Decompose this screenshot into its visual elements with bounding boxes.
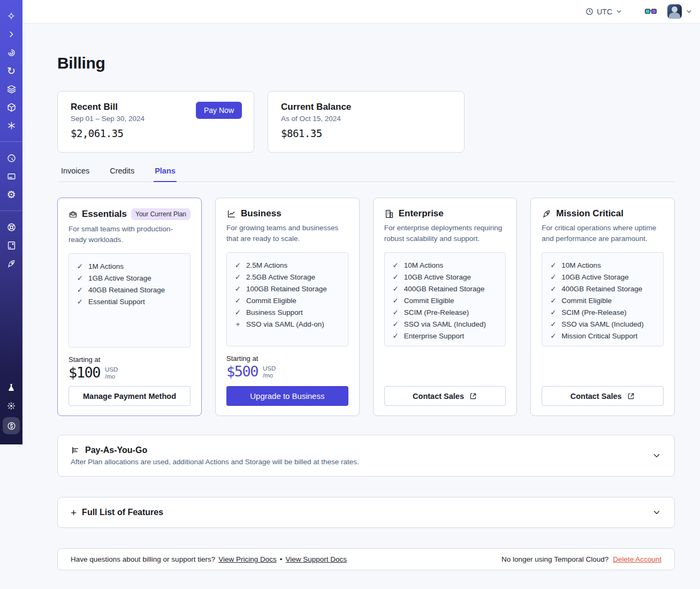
plan-name: Business xyxy=(241,208,281,219)
feature-item: ✓10GB Active Storage xyxy=(392,271,498,283)
starting-at-label: Starting at xyxy=(69,356,191,364)
feature-check-icon: ✓ xyxy=(550,283,557,295)
feature-label: 1M Actions xyxy=(88,261,124,273)
plan-name: Essentials xyxy=(82,209,127,220)
feature-item: ✓SSO via SAML (Included) xyxy=(392,319,498,330)
sidebar: ✧ ↻ ⚙ xyxy=(0,0,22,444)
settings-gear-icon[interactable]: ⚙ xyxy=(0,185,22,203)
recent-bill-amount: $2,061.35 xyxy=(71,127,241,139)
feature-label: Enterprise Support xyxy=(404,330,465,342)
feature-label: 10M Actions xyxy=(404,260,444,271)
timezone-selector[interactable]: UTC xyxy=(585,7,622,16)
contact-sales-button[interactable]: Contact Sales xyxy=(542,386,664,406)
billing-panel-icon[interactable] xyxy=(0,167,22,185)
feature-label: 2.5M Actions xyxy=(246,260,287,271)
delete-account-link[interactable]: Delete Account xyxy=(613,555,661,563)
feature-label: Commit Eligible xyxy=(561,295,612,307)
support-lifebuoy-icon[interactable] xyxy=(0,218,22,236)
price-row: $500 USD/mo xyxy=(226,363,348,380)
pay-as-you-go-section[interactable]: Pay-As-You-Go After Plan allocations are… xyxy=(57,435,675,477)
feature-label: 400GB Retained Storage xyxy=(404,283,485,295)
feature-check-icon: ✓ xyxy=(234,260,241,271)
view-support-docs-link[interactable]: View Support Docs xyxy=(285,555,347,563)
asterisk-icon[interactable] xyxy=(0,116,22,134)
theme-sun-icon[interactable] xyxy=(0,397,22,415)
plan-card-enterprise: Enterprise For enterprise deployments re… xyxy=(373,198,518,416)
feature-item: ✓SCIM (Pre-Release) xyxy=(550,307,656,319)
toolbox-icon xyxy=(69,209,78,220)
feature-check-icon: ✓ xyxy=(392,330,399,342)
view-pricing-docs-link[interactable]: View Pricing Docs xyxy=(218,555,277,563)
docs-book-icon[interactable] xyxy=(0,236,22,254)
feature-item: ✓400GB Retained Storage xyxy=(392,283,498,295)
sidebar-divider xyxy=(0,210,22,211)
starting-at-label: Starting at xyxy=(226,354,348,363)
feature-item: ✓1M Actions xyxy=(77,261,182,273)
cube-icon[interactable] xyxy=(0,98,22,116)
plan-price: $500 xyxy=(226,363,258,380)
feature-check-icon: + xyxy=(234,319,241,330)
feature-item: ✓SCIM (Pre-Release) xyxy=(392,307,498,319)
tab-invoices[interactable]: Invoices xyxy=(60,167,90,182)
feature-check-icon: ✓ xyxy=(550,330,557,342)
chevron-down-icon[interactable] xyxy=(652,508,661,517)
feature-check-icon: ✓ xyxy=(234,295,241,307)
chart-line-icon xyxy=(226,209,237,219)
feature-item: ✓2.5M Actions xyxy=(234,260,340,271)
manage-payment-method-button[interactable]: Manage Payment Method xyxy=(69,386,191,406)
rocket-icon[interactable] xyxy=(0,254,22,273)
dev-glasses-icon[interactable] xyxy=(645,7,657,16)
plan-feature-box: ✓1M Actions✓1GB Active Storage✓40GB Reta… xyxy=(69,253,191,348)
full-list-of-features-section[interactable]: + Full List of Features xyxy=(57,497,675,528)
namespaces-icon[interactable] xyxy=(0,43,22,62)
sidebar-divider xyxy=(0,141,22,142)
external-link-icon xyxy=(469,392,477,401)
upgrade-to-business-button[interactable]: Upgrade to Business xyxy=(226,386,348,406)
feature-item: ✓40GB Retained Storage xyxy=(77,284,182,296)
plan-feature-box: ✓2.5M Actions✓2.5GB Active Storage✓100GB… xyxy=(226,252,348,346)
plan-card-mission-critical: Mission Critical For critical operations… xyxy=(530,198,675,416)
feature-check-icon: ✓ xyxy=(77,296,83,308)
feature-label: Business Support xyxy=(246,307,303,319)
temporal-logo-icon[interactable]: ✧ xyxy=(0,7,22,25)
plan-description: For critical operations where uptime and… xyxy=(542,223,664,244)
feature-label: Commit Eligible xyxy=(246,295,296,307)
tab-credits[interactable]: Credits xyxy=(109,167,135,182)
chevron-down-icon xyxy=(615,8,622,15)
billing-nav-item[interactable] xyxy=(0,415,22,436)
pay-now-button[interactable]: Pay Now xyxy=(196,102,242,119)
feature-label: Commit Eligible xyxy=(404,295,454,307)
expand-sidebar-icon[interactable] xyxy=(0,25,22,43)
feature-item: ✓Enterprise Support xyxy=(392,330,498,342)
account-menu-chevron-icon[interactable] xyxy=(686,8,693,15)
schedules-icon[interactable]: ↻ xyxy=(0,62,22,80)
feature-item: ✓10GB Active Storage xyxy=(550,271,656,283)
plan-description: For enterprise deployments requiring rob… xyxy=(384,223,506,244)
current-balance-title: Current Balance xyxy=(281,102,451,112)
usage-meter-icon[interactable] xyxy=(0,149,22,167)
schedule-glyph: ↻ xyxy=(7,66,16,76)
feature-item: +SSO via SAML (Add-on) xyxy=(234,319,340,330)
plan-feature-box: ✓10M Actions✓10GB Active Storage✓400GB R… xyxy=(542,252,664,346)
feature-check-icon: ✓ xyxy=(77,273,83,284)
user-avatar[interactable] xyxy=(667,4,682,19)
full-list-title: Full List of Features xyxy=(82,508,163,517)
footer-delete-question: No longer using Temporal Cloud? xyxy=(501,555,608,563)
billing-tabs: Invoices Credits Plans xyxy=(57,167,675,182)
page-title: Billing xyxy=(57,54,675,72)
feature-check-icon: ✓ xyxy=(550,307,557,319)
contact-sales-label: Contact Sales xyxy=(570,392,622,401)
deployments-layers-icon[interactable] xyxy=(0,80,22,98)
contact-sales-button[interactable]: Contact Sales xyxy=(384,386,506,406)
tab-plans[interactable]: Plans xyxy=(154,167,177,182)
feature-label: 40GB Retained Storage xyxy=(88,284,165,296)
feature-item: ✓Mission Critical Support xyxy=(550,330,656,342)
plan-description: For growing teams and businesses that ar… xyxy=(226,223,348,244)
current-balance-amount: $861.35 xyxy=(281,127,451,139)
plans-grid: Essentials Your Current Plan For small t… xyxy=(57,198,675,416)
labs-flask-icon[interactable] xyxy=(0,379,22,397)
feature-label: 100GB Retained Storage xyxy=(246,283,327,295)
dollar-coin-icon xyxy=(6,421,17,431)
plan-description: For small teams with production-ready wo… xyxy=(69,224,191,245)
chevron-down-icon[interactable] xyxy=(652,451,661,460)
